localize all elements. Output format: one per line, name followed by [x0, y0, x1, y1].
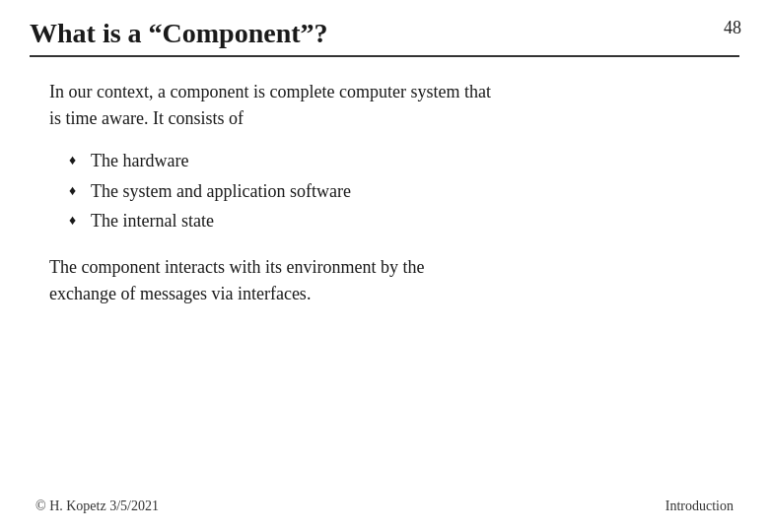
conclusion-line1: The component interacts with its environ… [49, 257, 424, 277]
conclusion-text: The component interacts with its environ… [49, 254, 730, 307]
conclusion-line2: exchange of messages via interfaces. [49, 284, 311, 303]
slide-title: What is a “Component”? [30, 18, 739, 49]
list-item: The system and application software [69, 176, 730, 207]
title-area: What is a “Component”? [0, 0, 769, 57]
footer-section: Introduction [665, 499, 734, 514]
intro-line2: is time aware. It consists of [49, 108, 244, 128]
list-item: The hardware [69, 146, 730, 176]
intro-line1: In our context, a component is complete … [49, 82, 491, 101]
list-item: The internal state [69, 206, 730, 236]
slide: 48 What is a “Component”? In our context… [0, 0, 769, 532]
content-area: In our context, a component is complete … [0, 57, 769, 307]
footer: © H. Kopetz 3/5/2021 Introduction [0, 499, 769, 514]
footer-copyright: © H. Kopetz 3/5/2021 [35, 499, 159, 514]
intro-text: In our context, a component is complete … [49, 79, 730, 132]
bullet-list: The hardware The system and application … [69, 146, 730, 236]
slide-number: 48 [724, 18, 741, 38]
